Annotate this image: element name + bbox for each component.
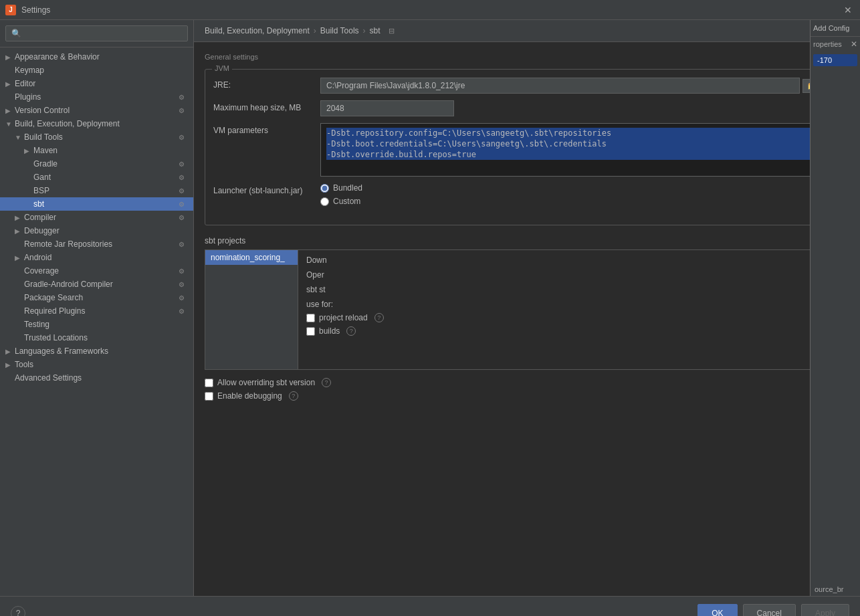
- project-reload-row: project reload ?: [306, 313, 841, 322]
- sidebar-item-build-tools[interactable]: ▼ Build Tools ⚙: [0, 130, 193, 144]
- project-reload-checkbox[interactable]: [306, 314, 315, 322]
- jvm-group: JVM JRE: 📁 ▼ Maximum heap size, MB: [205, 69, 849, 225]
- arrow-icon: ▶: [5, 361, 15, 369]
- sidebar-item-compiler[interactable]: ▶ Compiler ⚙: [0, 211, 193, 224]
- sidebar-item-label: Debugger: [24, 226, 188, 235]
- add-config-label: Add Config: [813, 24, 849, 32]
- sidebar-item-plugins[interactable]: Plugins ⚙: [0, 90, 193, 104]
- sidebar-item-label: Appearance & Behavior: [15, 52, 188, 62]
- sidebar-item-languages-frameworks[interactable]: ▶ Languages & Frameworks: [0, 344, 193, 358]
- sidebar-item-gradle[interactable]: Gradle ⚙: [0, 157, 193, 171]
- app-icon: J: [5, 5, 16, 15]
- sidebar-item-coverage[interactable]: Coverage ⚙: [0, 264, 193, 278]
- enable-debugging-help-icon[interactable]: ?: [289, 391, 298, 401]
- sidebar-item-label: Maven: [33, 146, 188, 155]
- enable-debugging-checkbox[interactable]: [205, 392, 213, 401]
- project-item-nomination[interactable]: nomination_scoring_: [205, 250, 298, 265]
- builds-help-icon[interactable]: ?: [346, 326, 356, 336]
- breadcrumb-part3[interactable]: sbt: [370, 26, 381, 35]
- sidebar-item-label: Keymap: [15, 66, 188, 75]
- settings-icon: ⚙: [179, 174, 188, 181]
- sidebar-item-label: Package Search: [24, 293, 179, 302]
- main-container: ▶ Appearance & Behavior Keymap ▶ Editor …: [0, 20, 860, 596]
- sidebar-item-package-search[interactable]: Package Search ⚙: [0, 291, 193, 304]
- sidebar-item-label: sbt: [33, 199, 179, 209]
- vm-line-3: -Dsbt.override.build.repos=true: [326, 149, 835, 160]
- sidebar-item-appearance[interactable]: ▶ Appearance & Behavior: [0, 50, 193, 64]
- open-row: Oper: [306, 270, 841, 280]
- use-for-label: use for:: [306, 300, 841, 309]
- allow-override-help-icon[interactable]: ?: [322, 378, 331, 387]
- sidebar-item-label: Gradle: [33, 159, 179, 169]
- sidebar-item-advanced-settings[interactable]: Advanced Settings: [0, 371, 193, 385]
- download-row: Down: [306, 255, 841, 265]
- custom-radio[interactable]: [320, 197, 329, 206]
- settings-icon: ⚙: [179, 281, 188, 288]
- sidebar-item-label: Trusted Locations: [24, 333, 188, 342]
- sidebar-item-tools[interactable]: ▶ Tools: [0, 358, 193, 371]
- sidebar-item-label: Gradle-Android Compiler: [24, 280, 179, 289]
- sidebar-item-trusted-locations[interactable]: Trusted Locations: [0, 331, 193, 344]
- launcher-label: Launcher (sbt-launch.jar): [213, 183, 320, 195]
- bundled-label: Bundled: [333, 183, 362, 193]
- settings-icon: ⚙: [179, 134, 188, 141]
- arrow-icon: ▶: [5, 107, 15, 114]
- builds-checkbox[interactable]: [306, 327, 315, 336]
- sidebar-item-sbt[interactable]: sbt ⚙: [0, 197, 193, 211]
- settings-icon: ⚙: [179, 161, 188, 168]
- bottom-bar: ? OK Cancel Apply: [0, 596, 860, 616]
- settings-icon: ⚙: [179, 94, 188, 101]
- blue-bar-item: -170: [813, 54, 857, 66]
- apply-button[interactable]: Apply: [801, 604, 849, 617]
- sidebar-item-editor[interactable]: ▶ Editor: [0, 77, 193, 90]
- search-input[interactable]: [5, 25, 188, 41]
- breadcrumb: Build, Execution, Deployment › Build Too…: [194, 20, 860, 42]
- sidebar-item-required-plugins[interactable]: Required Plugins ⚙: [0, 304, 193, 318]
- partial-right-panel: Add Config roperties ✕ -170 ource_br: [810, 20, 860, 596]
- settings-icon: ⚙: [179, 308, 188, 315]
- projects-area: nomination_scoring_ Down Oper sbt st use…: [205, 249, 849, 370]
- sidebar-item-keymap[interactable]: Keymap: [0, 64, 193, 77]
- arrow-icon: ▶: [5, 80, 15, 88]
- sidebar-item-bsp[interactable]: BSP ⚙: [0, 184, 193, 197]
- ok-button[interactable]: OK: [697, 604, 737, 617]
- arrow-icon: ▶: [15, 254, 24, 262]
- sidebar-tree: ▶ Appearance & Behavior Keymap ▶ Editor …: [0, 47, 193, 596]
- sbt-projects-label: sbt projects: [205, 236, 849, 245]
- jre-input[interactable]: [320, 78, 800, 94]
- cancel-button[interactable]: Cancel: [743, 604, 796, 617]
- sidebar-item-maven[interactable]: ▶ Maven: [0, 144, 193, 157]
- sidebar-item-label: Editor: [15, 79, 188, 88]
- sidebar-item-version-control[interactable]: ▶ Version Control ⚙: [0, 104, 193, 117]
- sidebar-item-gant[interactable]: Gant ⚙: [0, 171, 193, 184]
- breadcrumb-part2[interactable]: Build Tools: [320, 26, 359, 35]
- sidebar-item-build-exec-deploy[interactable]: ▼ Build, Execution, Deployment: [0, 117, 193, 130]
- jre-label: JRE:: [213, 78, 320, 90]
- sidebar-item-debugger[interactable]: ▶ Debugger: [0, 224, 193, 237]
- enable-debugging-label: Enable debugging: [217, 391, 282, 401]
- properties-close-icon[interactable]: ✕: [851, 39, 857, 49]
- sidebar-item-gradle-android[interactable]: Gradle-Android Compiler ⚙: [0, 278, 193, 291]
- bundled-radio[interactable]: [320, 184, 329, 193]
- arrow-icon: ▼: [15, 134, 24, 141]
- sidebar-item-remote-jar[interactable]: Remote Jar Repositories ⚙: [0, 237, 193, 251]
- help-button[interactable]: ?: [11, 606, 25, 617]
- project-reload-help-icon[interactable]: ?: [374, 313, 384, 322]
- vm-params-label: VM parameters: [213, 123, 320, 135]
- heap-input[interactable]: [320, 100, 454, 116]
- sidebar-item-android[interactable]: ▶ Android: [0, 251, 193, 264]
- source-br-label: ource_br: [811, 385, 860, 596]
- vm-params-editor[interactable]: -Dsbt.repository.config=C:\Users\sangeet…: [320, 123, 841, 177]
- sidebar-item-testing[interactable]: Testing: [0, 318, 193, 331]
- arrow-icon: ▶: [5, 348, 15, 355]
- sidebar-item-label: Advanced Settings: [15, 373, 188, 383]
- allow-override-row: Allow overriding sbt version ?: [205, 378, 849, 387]
- settings-content: General settings JVM JRE: 📁 ▼ Maximum he…: [194, 42, 860, 596]
- download-label: Down: [306, 255, 400, 265]
- projects-list: nomination_scoring_: [205, 249, 298, 370]
- close-button[interactable]: ✕: [841, 3, 855, 17]
- breadcrumb-part1[interactable]: Build, Execution, Deployment: [205, 26, 310, 35]
- sidebar-item-label: Android: [24, 253, 188, 262]
- project-reload-label: project reload: [319, 313, 368, 322]
- allow-override-checkbox[interactable]: [205, 379, 213, 387]
